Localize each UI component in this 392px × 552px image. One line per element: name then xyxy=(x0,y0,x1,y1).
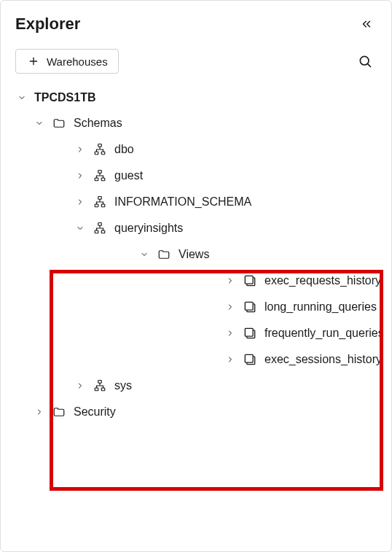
chevron-down-icon xyxy=(75,223,85,233)
view-icon xyxy=(243,273,257,288)
svg-rect-37 xyxy=(245,328,253,336)
node-label: exec_requests_history xyxy=(264,274,381,287)
tree-node-schema-sys[interactable]: sys xyxy=(72,373,385,399)
schema-icon xyxy=(93,142,107,157)
tree-node-schemas-folder[interactable]: Schemas xyxy=(31,110,385,136)
node-label: Schemas xyxy=(74,117,122,130)
node-label: TPCDS1TB xyxy=(34,91,95,104)
tree-node-view-exec-requests-history[interactable]: exec_requests_history xyxy=(222,268,385,294)
schema-icon xyxy=(93,195,107,209)
svg-point-2 xyxy=(360,56,369,65)
view-icon xyxy=(243,352,257,367)
tree-node-view-frequently-run-queries[interactable]: frequently_run_queries xyxy=(222,320,385,346)
chevron-right-icon xyxy=(225,328,235,338)
schema-icon xyxy=(93,221,107,236)
tree-node-view-long-running-queries[interactable]: long_running_queries xyxy=(222,294,385,320)
svg-line-3 xyxy=(368,64,371,67)
chevron-right-icon xyxy=(75,197,85,207)
tree-node-schema-guest[interactable]: guest xyxy=(72,163,385,189)
chevron-right-icon xyxy=(225,276,235,286)
toolbar: Warehouses xyxy=(1,43,391,85)
node-label: exec_sessions_history xyxy=(264,353,382,366)
chevron-down-icon xyxy=(34,118,44,128)
schema-icon xyxy=(93,378,107,393)
node-label: guest xyxy=(114,169,143,182)
tree-node-view-exec-sessions-history[interactable]: exec_sessions_history xyxy=(222,346,385,373)
panel-header: Explorer xyxy=(1,1,391,43)
collapse-panel-button[interactable] xyxy=(356,14,377,34)
chevron-right-icon xyxy=(225,354,235,365)
chevron-down-icon xyxy=(17,93,27,103)
tree-node-security-folder[interactable]: Security xyxy=(31,399,385,425)
node-label: queryinsights xyxy=(114,222,183,235)
svg-rect-39 xyxy=(245,354,253,362)
node-label: INFORMATION_SCHEMA xyxy=(114,195,251,209)
chevron-down-icon xyxy=(139,249,149,260)
view-icon xyxy=(243,300,257,314)
node-label: dbo xyxy=(114,143,134,156)
chevron-right-icon xyxy=(225,302,235,312)
search-button[interactable] xyxy=(353,50,377,73)
plus-icon xyxy=(26,54,41,69)
chevron-right-icon xyxy=(75,144,85,155)
add-warehouses-button[interactable]: Warehouses xyxy=(15,49,119,74)
chevron-right-icon xyxy=(75,381,85,391)
svg-rect-33 xyxy=(245,276,253,284)
folder-icon xyxy=(157,247,171,262)
folder-icon xyxy=(52,116,66,131)
tree-node-schema-queryinsights[interactable]: queryinsights xyxy=(72,215,385,241)
explorer-tree: TPCDS1TB Schemas dbo xyxy=(1,85,391,425)
node-label: sys xyxy=(114,379,132,392)
schema-icon xyxy=(93,168,107,183)
search-icon xyxy=(358,54,372,69)
svg-rect-35 xyxy=(245,302,253,310)
tree-node-database[interactable]: TPCDS1TB xyxy=(14,85,385,110)
node-label: Security xyxy=(74,405,116,419)
folder-icon xyxy=(52,405,66,419)
panel-title: Explorer xyxy=(15,15,80,34)
chevron-right-icon xyxy=(75,171,85,181)
add-button-label: Warehouses xyxy=(47,55,108,68)
tree-node-schema-information-schema[interactable]: INFORMATION_SCHEMA xyxy=(72,189,385,215)
node-label: long_running_queries xyxy=(264,300,377,314)
node-label: Views xyxy=(179,248,209,261)
chevron-right-icon xyxy=(34,407,44,417)
chevron-double-left-icon xyxy=(359,17,374,31)
view-icon xyxy=(243,326,257,341)
tree-node-schema-dbo[interactable]: dbo xyxy=(72,136,385,163)
tree-node-views-folder[interactable]: Views xyxy=(136,241,385,268)
node-label: frequently_run_queries xyxy=(264,327,384,340)
